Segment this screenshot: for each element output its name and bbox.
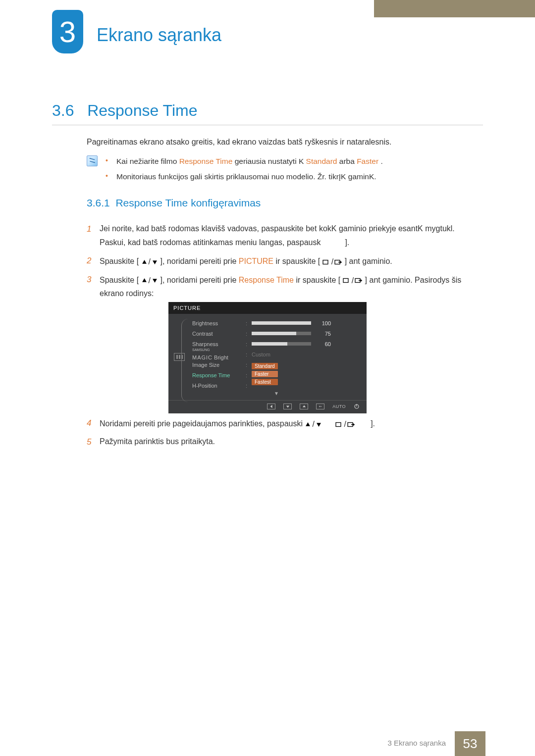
- osd-row-sharpness: Sharpness : 60: [192, 339, 361, 349]
- header-accent-bar: [374, 0, 535, 17]
- step-4: 4 Noridami pereiti prie pageidaujamos pa…: [87, 416, 483, 431]
- osd-option: Faster: [252, 371, 278, 377]
- osd-category-icon: [168, 314, 190, 400]
- osd-row-contrast: Contrast : 75: [192, 328, 361, 339]
- section-underline: [52, 125, 483, 125]
- osd-power-icon: [354, 403, 360, 409]
- return-icon: /: [343, 274, 363, 288]
- section-intro: Pagreitinamas ekrano atsako greitis, kad…: [87, 138, 483, 147]
- osd-footer: AUTO: [168, 400, 367, 410]
- osd-more-indicator: ▼: [192, 391, 361, 396]
- osd-option: Standard: [252, 363, 278, 369]
- osd-row-response-time: Response Time : Standard Faster Fastest: [192, 370, 361, 380]
- chapter-number-badge: 3: [52, 10, 83, 53]
- note-icon: [87, 155, 98, 166]
- step-number: 1: [87, 222, 100, 250]
- up-down-icon: /: [305, 417, 321, 431]
- step-number: 3: [87, 272, 100, 301]
- section-heading: 3.6 Response Time: [52, 101, 197, 120]
- svg-rect-6: [336, 422, 341, 426]
- up-down-icon: /: [141, 274, 158, 288]
- step-3: 3 Spauskite [ / ], noridami pereiti prie…: [87, 272, 483, 301]
- osd-enter-icon: [316, 403, 324, 409]
- step-1: 1 Jei norite, kad batš rodomas klavišš v…: [87, 222, 483, 250]
- osd-up-icon: [300, 403, 308, 409]
- up-down-icon: /: [141, 255, 158, 269]
- note-box: Kai nežiarite filmo Response Time geriau…: [87, 153, 483, 184]
- page-number-badge: 53: [455, 731, 485, 756]
- page-number: 53: [463, 736, 478, 752]
- step-number: 5: [87, 435, 100, 450]
- osd-down-icon: [283, 403, 292, 409]
- section-number: 3.6: [52, 101, 74, 119]
- return-icon: /: [335, 417, 355, 431]
- svg-rect-0: [323, 260, 328, 264]
- osd-row-brightness: Brightness : 100: [192, 318, 361, 328]
- step-5: 5 Pažymita parinktis bus pritaikyta.: [87, 435, 483, 450]
- return-icon: /: [322, 255, 342, 269]
- chapter-number: 3: [59, 15, 76, 49]
- subsection-heading: 3.6.1 Response Time konfigęravimas: [87, 197, 261, 209]
- step-number: 2: [87, 253, 100, 268]
- osd-row-magic-bright: SAMSUNG MAGIC Bright : Custom: [192, 349, 361, 359]
- osd-title: PICTURE: [168, 302, 367, 314]
- osd-auto-label: AUTO: [332, 404, 346, 409]
- note-item: Kai nežiarite filmo Response Time geriau…: [116, 153, 483, 169]
- footer-chapter-ref: 3 Ekrano sąranka: [387, 739, 446, 747]
- osd-back-icon: [267, 403, 275, 409]
- svg-rect-2: [343, 279, 348, 283]
- chapter-title: Ekrano sąranka: [97, 25, 221, 46]
- step-number: 4: [87, 416, 100, 431]
- section-title: Response Time: [87, 101, 197, 119]
- step-2: 2 Spauskite [ / ], noridami pereiti prie…: [87, 253, 483, 268]
- osd-panel: PICTURE Brightness : 100 Contrast : 75 S…: [168, 302, 367, 413]
- osd-option: Fastest: [252, 379, 278, 385]
- note-item: Monitoriaus funkcijos gali skirtis prikl…: [116, 169, 483, 184]
